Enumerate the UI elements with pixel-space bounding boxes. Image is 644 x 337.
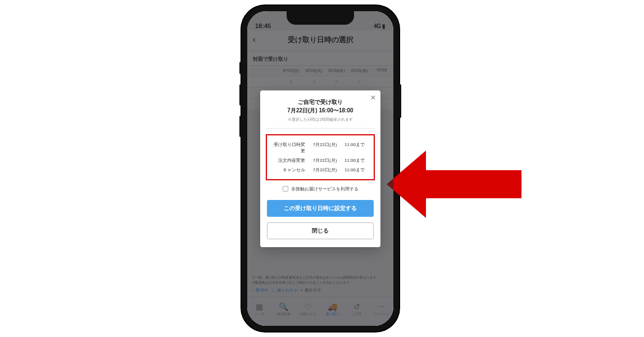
close-button[interactable]: 閉じる [267,222,374,239]
contactless-checkbox-row[interactable]: 非接触お届けサービスを利用する [267,186,374,192]
phone-side-button-right [399,84,401,118]
deadline-row-cancel: キャンセル 7月22日(月) 11:00まで [271,165,369,175]
phone-frame: 18:45 4G ▮ ‹ 受け取り日時の選択 対面で受け取り 07/22(月) … [242,6,399,331]
deadline-date: 7月22日(月) [310,142,340,154]
deadline-label: 注文内容変更 [271,157,305,163]
svg-marker-0 [387,151,521,218]
modal: ✕ ご自宅で受け取り 7月22日(月) 16:00〜18:00 ※選択した日時は… [260,90,380,247]
deadline-box: 受け取り日時変更 7月22日(月) 11:00まで 注文内容変更 7月22日(月… [266,134,375,180]
phone-side-buttons-left [239,62,242,147]
callout-arrow [387,145,521,224]
modal-title: ご自宅で受け取り [267,98,374,106]
deadline-time: 11:00まで [344,142,369,154]
modal-datetime: 7月22日(月) 16:00〜18:00 [267,107,374,115]
deadline-row-change-order: 注文内容変更 7月22日(月) 11:00まで [271,156,369,165]
deadline-row-change-time: 受け取り日時変更 7月22日(月) 11:00まで [271,140,369,156]
phone-screen: 18:45 4G ▮ ‹ 受け取り日時の選択 対面で受け取り 07/22(月) … [247,11,393,326]
deadline-label: 受け取り日時変更 [271,142,305,154]
close-icon[interactable]: ✕ [370,94,376,102]
deadline-date: 7月22日(月) [310,167,340,173]
divider [266,128,375,129]
checkbox-label: 非接触お届けサービスを利用する [291,186,359,192]
checkbox-icon[interactable] [283,186,288,192]
modal-overlay: ✕ ご自宅で受け取り 7月22日(月) 16:00〜18:00 ※選択した日時は… [247,11,393,326]
modal-note: ※選択した日時は1時間確保されます [267,117,374,122]
deadline-time: 11:00まで [344,167,369,173]
phone-notch [287,11,354,25]
deadline-date: 7月22日(月) [310,157,340,163]
deadline-time: 11:00まで [344,157,369,163]
deadline-label: キャンセル [271,167,305,173]
confirm-button[interactable]: この受け取り日時に設定する [267,200,374,217]
